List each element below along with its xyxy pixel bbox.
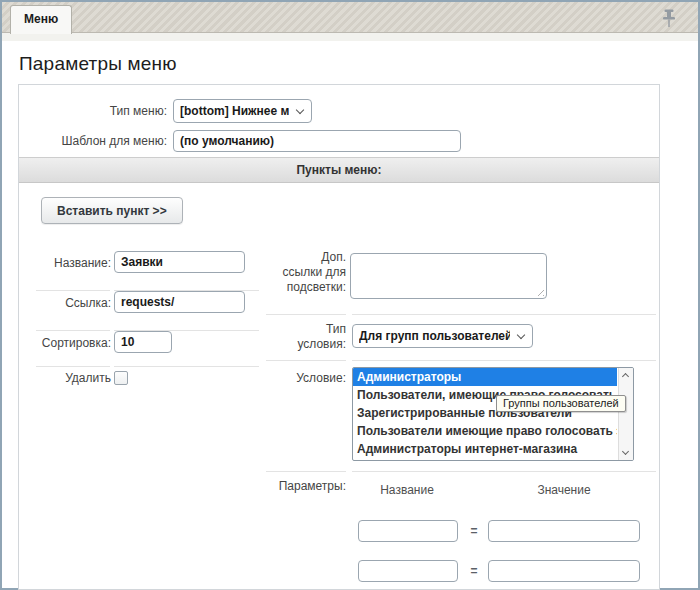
menu-type-label: Тип меню: <box>19 100 167 122</box>
item-name-label: Название: <box>36 252 111 274</box>
chevron-up-icon[interactable] <box>622 373 629 380</box>
condition-listbox[interactable]: Администраторы Пользователи, имеющие пра… <box>352 367 634 461</box>
condition-option[interactable]: Администраторы <box>353 368 617 386</box>
parameters-name-header: Название <box>352 483 462 497</box>
groups-tooltip: Группы пользователей <box>496 395 626 412</box>
menu-template-label: Шаблон для меню: <box>19 130 167 152</box>
menu-type-select[interactable]: [bottom] Нижнее меню <box>173 99 312 123</box>
divider <box>352 471 656 472</box>
item-name-input[interactable] <box>114 251 245 273</box>
divider <box>266 314 346 315</box>
tab-menu[interactable]: Меню <box>10 5 72 34</box>
parameter-name-input[interactable] <box>358 520 458 542</box>
insert-item-button[interactable]: Вставить пункт >> <box>41 197 183 224</box>
tab-menu-label: Меню <box>24 12 58 26</box>
item-sort-input[interactable] <box>114 331 172 353</box>
divider <box>352 360 656 361</box>
parameters-value-header: Значение <box>488 483 640 497</box>
divider <box>114 366 259 367</box>
page-title: Параметры меню <box>2 41 698 75</box>
item-link-label: Ссылка: <box>36 292 111 314</box>
menu-items-section-header: Пункты меню: <box>19 157 659 183</box>
item-sort-label: Сортировка: <box>36 332 111 354</box>
parameters-label: Параметры: <box>266 479 346 494</box>
item-link-input[interactable] <box>114 291 245 313</box>
scrollbar[interactable] <box>618 368 633 460</box>
divider <box>352 314 656 315</box>
divider <box>36 290 110 291</box>
divider <box>266 471 346 472</box>
extra-links-label: Доп. ссылки для подсветки: <box>266 250 346 295</box>
parameter-name-input[interactable] <box>358 560 458 582</box>
item-delete-checkbox[interactable] <box>114 371 128 385</box>
condition-option[interactable]: Пользователи имеющие право голосовать за… <box>353 422 617 440</box>
condition-type-label: Тип условия: <box>266 322 346 352</box>
extra-links-textarea[interactable] <box>350 253 547 299</box>
condition-label: Условие: <box>266 371 346 386</box>
condition-option[interactable]: Администраторы интернет-магазина <box>353 440 617 458</box>
item-delete-label: Удалить <box>36 370 111 386</box>
menu-template-input[interactable] <box>173 130 461 152</box>
equals-sign: = <box>463 520 485 542</box>
tabbar-shadow-strip <box>2 33 698 41</box>
parameter-value-input[interactable] <box>488 520 640 542</box>
tab-bar: Меню <box>2 2 698 33</box>
equals-sign: = <box>463 560 485 582</box>
divider <box>36 366 110 367</box>
menu-editor-window: Меню Параметры меню Тип меню: [bottom] Н… <box>0 0 700 590</box>
menu-parameters-form: Тип меню: [bottom] Нижнее меню Шаблон дл… <box>18 84 660 590</box>
divider <box>36 330 110 331</box>
divider <box>266 360 346 361</box>
pin-icon[interactable] <box>662 9 676 28</box>
chevron-down-icon[interactable] <box>622 448 629 455</box>
condition-type-select[interactable]: Для групп пользователей <box>352 324 533 348</box>
parameter-value-input[interactable] <box>488 560 640 582</box>
